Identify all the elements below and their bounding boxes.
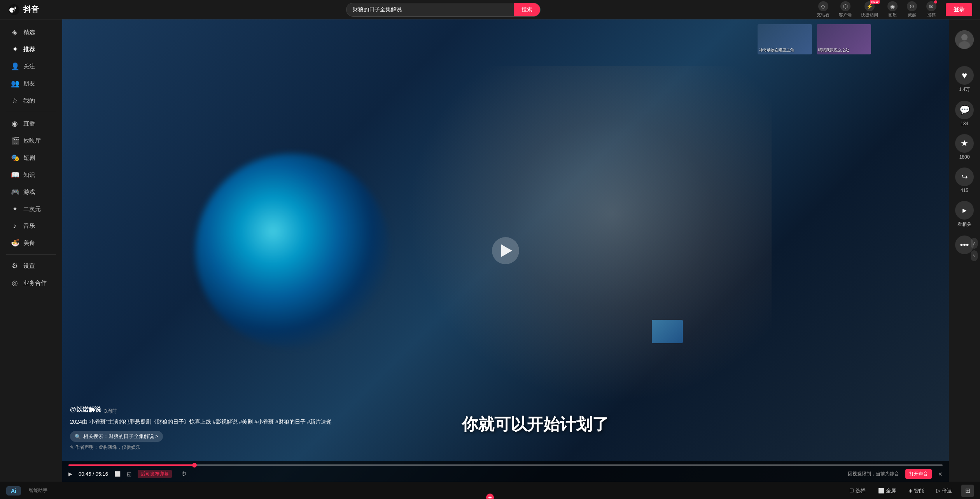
- related-search[interactable]: 🔍 相关搜索：财狼的日子全集解说 >: [70, 431, 163, 442]
- login-button[interactable]: 登录: [946, 3, 972, 16]
- grid-btn[interactable]: ⊞: [961, 485, 974, 497]
- search-box: 搜索: [346, 3, 541, 17]
- thumbnail-2-label: 哦哦我跟说么之处: [818, 47, 849, 53]
- theme-label: 画质: [888, 12, 897, 18]
- cinema-label: 放映厅: [23, 137, 41, 145]
- ai-description: 智能助手: [29, 487, 47, 494]
- watch-related-button[interactable]: ▶ 看相关: [955, 201, 974, 228]
- close-sound-icon[interactable]: ✕: [938, 471, 943, 477]
- sidebar-item-drama[interactable]: 🎭 短剧: [3, 150, 59, 166]
- theme-btn[interactable]: ◉ 画质: [887, 1, 898, 18]
- live-label: 直播: [23, 120, 35, 127]
- author-name[interactable]: @以诺解说: [70, 406, 101, 414]
- knowledge-icon: 📖: [11, 171, 19, 179]
- sidebar-item-business[interactable]: ◎ 业务合作: [3, 275, 59, 291]
- controls-row: ▶ 00:45 / 05:16 ⬜ ◱ 后可发布弹幕 ⏱ 因视觉限制，当前为静音: [68, 469, 943, 479]
- sidebar-item-game[interactable]: 🎮 游戏: [3, 184, 59, 200]
- food-label: 美食: [23, 239, 35, 247]
- anime-label: 二次元: [23, 206, 41, 213]
- scroll-up-btn[interactable]: ∧: [971, 238, 978, 249]
- device-decoration: [652, 320, 683, 343]
- friends-icon: 👥: [11, 79, 19, 88]
- mine-icon: ☆: [11, 96, 19, 105]
- like-icon: ♥: [955, 66, 974, 85]
- favorite-button[interactable]: ★ 1800: [955, 134, 974, 160]
- watch-related-icon: ▶: [955, 201, 974, 220]
- message-label: 投稿: [927, 12, 936, 18]
- select-label: 选择: [856, 487, 866, 494]
- danmu-notice: 因视觉限制，当前为静音: [848, 471, 899, 477]
- ai-desc-text: 智能助手: [29, 487, 47, 494]
- food-icon: 🍜: [11, 239, 19, 247]
- play-button[interactable]: [492, 237, 519, 264]
- scroll-down-btn[interactable]: ∨: [971, 250, 978, 261]
- sidebar-item-recommend[interactable]: ✦ 推荐: [3, 41, 59, 58]
- screen-size-btn[interactable]: ⬜: [114, 471, 121, 477]
- sidebar-item-knowledge[interactable]: 📖 知识: [3, 167, 59, 183]
- search-area: 搜索: [70, 3, 817, 17]
- select-btn[interactable]: ☐ 选择: [846, 486, 869, 496]
- comment-count: 134: [961, 121, 968, 126]
- quick-access-btn[interactable]: ⚡ NEW 快捷访问: [861, 1, 878, 18]
- music-label: 音乐: [23, 222, 35, 230]
- sidebar-item-follow[interactable]: 👤 关注: [3, 58, 59, 75]
- action-sidebar: + ♥ 1.4万 💬 134 ★ 1800 ↪ 415 ▶ 看相关: [949, 19, 980, 482]
- sidebar-item-anime[interactable]: ✦ 二次元: [3, 201, 59, 217]
- share-button[interactable]: ↪ 415: [955, 167, 974, 193]
- history-btn[interactable]: ⊙ 藏起: [907, 1, 917, 18]
- sidebar-item-food[interactable]: 🍜 美食: [3, 235, 59, 251]
- sidebar-item-cinema[interactable]: 🎬 放映厅: [3, 133, 59, 149]
- client-icon: ⬡: [840, 1, 850, 11]
- message-badge: [934, 0, 937, 3]
- blue-orb-decoration: [195, 154, 390, 348]
- progress-area: ▶ 00:45 / 05:16 ⬜ ◱ 后可发布弹幕 ⏱ 因视觉限制，当前为静音: [62, 461, 949, 482]
- ai-label: 智能: [914, 487, 924, 494]
- face-overlay: [373, 66, 772, 436]
- open-sound-btn[interactable]: 打开声音: [905, 469, 932, 479]
- progress-bar[interactable]: [68, 464, 943, 466]
- sidebar-item-selected[interactable]: ◈ 精选: [3, 24, 59, 40]
- play-triangle-icon: [501, 244, 512, 257]
- message-btn[interactable]: ✉ 投稿: [926, 1, 936, 18]
- anime-icon: ✦: [11, 205, 19, 213]
- progress-fill: [68, 464, 194, 466]
- share-icon: ↪: [955, 167, 974, 186]
- recommend-icon: ✦: [11, 45, 19, 54]
- ai-btn[interactable]: ◈ 智能: [905, 486, 927, 496]
- sidebar-item-music[interactable]: ♪ 音乐: [3, 218, 59, 234]
- thumbnail-2[interactable]: 哦哦我跟说么之处: [817, 24, 871, 54]
- author-avatar-item[interactable]: +: [955, 30, 974, 49]
- history-icon: ⊙: [907, 1, 917, 11]
- tiktok-logo-icon: [8, 3, 20, 16]
- search-input[interactable]: [346, 7, 514, 13]
- quick-label: 快捷访问: [861, 12, 878, 18]
- search-button[interactable]: 搜索: [514, 3, 540, 17]
- sidebar-item-live[interactable]: ◉ 直播: [3, 115, 59, 132]
- thumbnail-1[interactable]: 神奇动物在哪里主角: [758, 24, 812, 54]
- screen-btn[interactable]: ⬜ 全屏: [875, 486, 899, 496]
- sidebar-item-settings[interactable]: ⚙ 设置: [3, 258, 59, 274]
- comment-button[interactable]: 💬 134: [955, 101, 974, 126]
- like-button[interactable]: ♥ 1.4万: [955, 66, 974, 93]
- client-btn[interactable]: ⬡ 客户端: [839, 1, 852, 18]
- speed-btn[interactable]: ▷ 倍速: [933, 486, 955, 496]
- sidebar-item-friends[interactable]: 👥 朋友: [3, 75, 59, 92]
- sidebar-divider: [6, 112, 56, 112]
- like-count: 1.4万: [959, 86, 970, 93]
- theme-icon: ◉: [887, 1, 898, 11]
- video-description: 2024由"小雀斑"主演的犯罪悬疑剧《财狼的日子》惊喜上线 #影视解说 #美剧 …: [70, 419, 332, 426]
- business-label: 业务合作: [23, 279, 47, 287]
- timer-icon: ⏱: [181, 471, 186, 477]
- video-container: 神奇动物在哪里主角 哦哦我跟说么之处 你就可以开始计划了 @以诺解说: [62, 19, 949, 482]
- time-display: 00:45 / 05:16: [79, 471, 108, 477]
- ai-assist-btn[interactable]: Ai: [6, 486, 21, 496]
- current-time: 00:45: [79, 471, 91, 477]
- progress-dot: [192, 463, 197, 468]
- diamond-icon: ◇: [818, 1, 828, 11]
- author-declare: ✎ 作者声明：虚构演绎，仅供娱乐: [70, 444, 332, 451]
- sidebar-bottom-divider: [6, 254, 56, 255]
- sidebar-item-mine[interactable]: ☆ 我的: [3, 92, 59, 109]
- diamond-btn[interactable]: ◇ 充钻石: [817, 1, 830, 18]
- pip-btn[interactable]: ◱: [127, 471, 131, 477]
- play-pause-btn[interactable]: ▶: [68, 471, 72, 477]
